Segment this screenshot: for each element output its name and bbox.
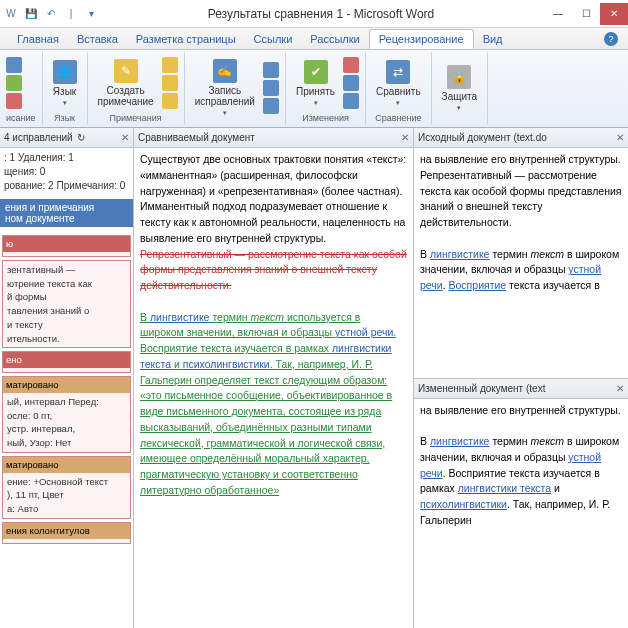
inserted-text: В лингвистике термин текст используется … xyxy=(140,311,396,496)
tab-insert[interactable]: Вставка xyxy=(68,30,127,48)
close-icon[interactable]: ✕ xyxy=(616,383,624,394)
change-item[interactable]: зентативный — ютрение текста как й формы… xyxy=(2,260,131,349)
track-small1[interactable] xyxy=(263,62,279,78)
link-text-linguistics[interactable]: лингвистики текста xyxy=(458,482,551,494)
link-psycholinguistics[interactable]: психолингвистики xyxy=(183,358,270,370)
link-psycholinguistics[interactable]: психолингвистики xyxy=(420,498,507,510)
qat-dropdown[interactable]: ▾ xyxy=(84,7,98,21)
track-changes-button[interactable]: ✍ Запись исправлений ▾ xyxy=(191,57,259,119)
chevron-down-icon: ▾ xyxy=(396,99,400,107)
link-linguistics[interactable]: лингвистике xyxy=(150,311,210,323)
compared-pane-title: Сравниваемый документ xyxy=(138,132,255,143)
prev-change-icon[interactable] xyxy=(343,75,359,91)
check-icon: ✔ xyxy=(304,60,328,84)
tab-mailings[interactable]: Рассылки xyxy=(301,30,368,48)
revision-stats: : 1 Удаления: 1 щения: 0 рование: 2 Прим… xyxy=(0,148,133,196)
save-icon[interactable]: 💾 xyxy=(24,7,38,21)
group-comments-label: Примечания xyxy=(94,112,178,123)
deleted-text: Репрезентативный — рассмотрение текста к… xyxy=(140,248,407,292)
link-perception[interactable]: Восприятие xyxy=(449,279,507,291)
next-change-icon[interactable] xyxy=(343,93,359,109)
change-item[interactable]: ения колонтитулов xyxy=(2,522,131,544)
link-linguistics[interactable]: лингвистике xyxy=(430,248,490,260)
word-icon: W xyxy=(4,7,18,21)
proofing-icon3[interactable] xyxy=(6,93,22,109)
group-changes-label: Изменения xyxy=(292,112,359,123)
change-item[interactable]: матированоение: +Основной текст ), 11 пт… xyxy=(2,456,131,519)
proofing-icon2[interactable] xyxy=(6,75,22,91)
chevron-down-icon: ▾ xyxy=(314,99,318,107)
comment-small1[interactable] xyxy=(162,57,178,73)
revised-document-pane: Измененный документ (text ✕ на выявление… xyxy=(414,378,628,629)
change-item[interactable]: матированоый, интервал Перед: осле: 0 пт… xyxy=(2,376,131,453)
lock-icon: 🔒 xyxy=(447,65,471,89)
undo-icon[interactable]: ↶ xyxy=(44,7,58,21)
revised-document-body[interactable]: на выявление его внутренней структуры. В… xyxy=(414,399,628,629)
link-oral-speech[interactable]: устной речи xyxy=(335,326,393,338)
ribbon: исание 🌐 Язык ▾ Язык ✎ Создать примечани… xyxy=(0,50,628,128)
revisions-pane: 4 исправлений ↻ ✕ : 1 Удаления: 1 щения:… xyxy=(0,128,134,628)
group-compare-label: Сравнение xyxy=(372,112,425,123)
revisions-count: 4 исправлений xyxy=(4,132,73,143)
revisions-pane-header: 4 исправлений ↻ ✕ xyxy=(0,128,133,148)
group-language-label: Язык xyxy=(49,112,81,123)
close-button[interactable]: ✕ xyxy=(600,3,628,25)
protect-button[interactable]: 🔒 Защита ▾ xyxy=(438,63,481,114)
compared-document-pane: Сравниваемый документ ✕ Существуют две о… xyxy=(134,128,414,628)
original-pane-header: Исходный документ (text.do ✕ xyxy=(414,128,628,148)
tab-layout[interactable]: Разметка страницы xyxy=(127,30,245,48)
help-icon[interactable]: ? xyxy=(604,32,618,46)
qat-sep: | xyxy=(64,7,78,21)
change-item[interactable]: ю xyxy=(2,235,131,257)
new-comment-button[interactable]: ✎ Создать примечание xyxy=(94,57,158,109)
change-item[interactable]: ено xyxy=(2,351,131,373)
compared-pane-header: Сравниваемый документ ✕ xyxy=(134,128,413,148)
comment-icon: ✎ xyxy=(114,59,138,83)
compared-document-body[interactable]: Существуют две основных трактовки поняти… xyxy=(134,148,413,628)
source-panes: Исходный документ (text.do ✕ на выявлени… xyxy=(414,128,628,628)
original-pane-title: Исходный документ (text.do xyxy=(418,132,547,143)
close-icon[interactable]: ✕ xyxy=(121,132,129,143)
original-document-body[interactable]: на выявление его внутренней структуры. Р… xyxy=(414,148,628,378)
comment-small3[interactable] xyxy=(162,93,178,109)
tab-references[interactable]: Ссылки xyxy=(245,30,302,48)
maximize-button[interactable]: ☐ xyxy=(572,3,600,25)
close-icon[interactable]: ✕ xyxy=(401,132,409,143)
group-tracking-label xyxy=(191,122,279,123)
track-small2[interactable] xyxy=(263,80,279,96)
track-icon: ✍ xyxy=(213,59,237,83)
globe-icon: 🌐 xyxy=(53,60,77,84)
chevron-down-icon: ▾ xyxy=(457,104,461,112)
tab-home[interactable]: Главная xyxy=(8,30,68,48)
minimize-button[interactable]: — xyxy=(544,3,572,25)
group-proofing-label: исание xyxy=(6,112,36,123)
content-area: 4 исправлений ↻ ✕ : 1 Удаления: 1 щения:… xyxy=(0,128,628,628)
ribbon-tabs: Главная Вставка Разметка страницы Ссылки… xyxy=(0,28,628,50)
titlebar: W 💾 ↶ | ▾ Результаты сравнения 1 - Micro… xyxy=(0,0,628,28)
compare-icon: ⇄ xyxy=(386,60,410,84)
proofing-icon[interactable] xyxy=(6,57,22,73)
tab-review[interactable]: Рецензирование xyxy=(369,29,474,49)
comment-small2[interactable] xyxy=(162,75,178,91)
accept-button[interactable]: ✔ Принять ▾ xyxy=(292,58,339,109)
language-button[interactable]: 🌐 Язык ▾ xyxy=(49,58,81,109)
revision-panel-title: ения и примечания ном документе xyxy=(0,199,133,227)
window-title: Результаты сравнения 1 - Microsoft Word xyxy=(98,7,544,21)
link-linguistics[interactable]: лингвистике xyxy=(430,435,490,447)
compare-button[interactable]: ⇄ Сравнить ▾ xyxy=(372,58,425,109)
chevron-down-icon: ▾ xyxy=(223,109,227,117)
revised-pane-header: Измененный документ (text ✕ xyxy=(414,379,628,399)
original-document-pane: Исходный документ (text.do ✕ на выявлени… xyxy=(414,128,628,378)
revised-pane-title: Измененный документ (text xyxy=(418,383,545,394)
refresh-icon[interactable]: ↻ xyxy=(77,132,85,143)
chevron-down-icon: ▾ xyxy=(63,99,67,107)
tab-view[interactable]: Вид xyxy=(474,30,512,48)
close-icon[interactable]: ✕ xyxy=(616,132,624,143)
track-small3[interactable] xyxy=(263,98,279,114)
reject-icon[interactable] xyxy=(343,57,359,73)
